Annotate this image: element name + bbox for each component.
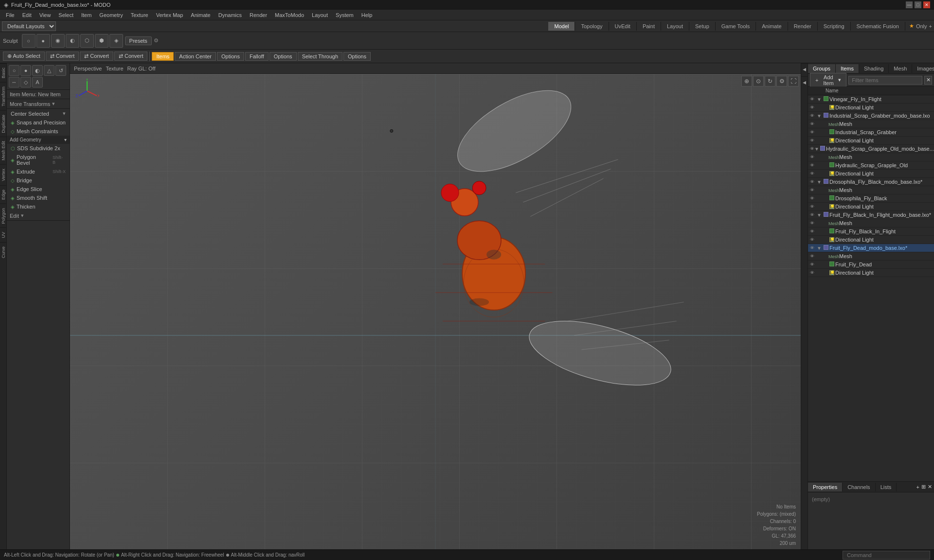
item-eye-6[interactable]: 👁 xyxy=(810,146,814,151)
item-eye-9[interactable]: 👁 xyxy=(810,171,817,176)
item-eye-8[interactable]: 👁 xyxy=(810,163,817,168)
right-vtab-2[interactable]: ▶ xyxy=(801,76,808,89)
right-vtab-1[interactable]: ▶ xyxy=(801,63,808,76)
sidebar-sds-subdivide[interactable]: ⬡ SDS Subdivide 2x xyxy=(7,144,70,153)
prop-tab-lists[interactable]: Lists xyxy=(876,483,897,491)
item-eye-13[interactable]: 👁 xyxy=(810,204,817,209)
tool-sphere[interactable]: ○ xyxy=(9,65,19,76)
rpanel-tab-mesh[interactable]: Mesh xyxy=(889,64,912,73)
item-expand-arrow-6[interactable]: ▼ xyxy=(814,146,819,152)
layout-tab-topology[interactable]: Topology xyxy=(575,22,609,31)
transforms-arrow[interactable]: ▾ xyxy=(52,101,55,107)
layout-tab-schematic-fusion[interactable]: Schematic Fusion xyxy=(851,22,905,31)
item-row-3[interactable]: 👁MeshMesh xyxy=(808,120,934,128)
item-row-10[interactable]: 👁▼Drosophila_Fly_Black_modo_base.lxo* xyxy=(808,178,934,186)
rpanel-tab-groups[interactable]: Groups xyxy=(808,64,836,73)
layout-dropdown[interactable]: Default Layouts xyxy=(2,21,56,31)
item-row-6[interactable]: 👁▼Hydraulic_Scrap_Grapple_Old_modo_base.… xyxy=(808,145,934,153)
rpanel-tab-items[interactable]: Items xyxy=(836,64,859,73)
left-vtab-basic[interactable]: Basic xyxy=(0,63,6,82)
presets-button[interactable]: Presets xyxy=(125,36,152,45)
layout-tab-render[interactable]: Render xyxy=(788,22,818,31)
item-row-7[interactable]: 👁MeshMesh xyxy=(808,153,934,161)
edit-arrow[interactable]: ▾ xyxy=(21,212,24,219)
sidebar-mesh-constraints[interactable]: ◇ Mesh Constraints xyxy=(7,127,70,136)
layout-tab-scripting[interactable]: Scripting xyxy=(818,22,851,31)
layout-tab-model[interactable]: Model xyxy=(548,22,575,31)
item-eye-10[interactable]: 👁 xyxy=(810,179,817,184)
item-eye-4[interactable]: 👁 xyxy=(810,130,817,135)
item-eye-0[interactable]: 👁 xyxy=(810,97,817,102)
add-item-button[interactable]: + Add Item ▾ xyxy=(810,73,846,88)
item-row-1[interactable]: 👁💡Directional Light xyxy=(808,104,934,112)
left-vtab-transform[interactable]: Transform xyxy=(0,82,6,110)
menu-system[interactable]: System xyxy=(332,11,358,19)
item-row-8[interactable]: 👁Hydraulic_Scrap_Grapple_Old xyxy=(808,161,934,170)
menu-texture[interactable]: Texture xyxy=(127,11,152,19)
menu-file[interactable]: File xyxy=(2,11,18,19)
prop-expand-icon[interactable]: ⊞ xyxy=(921,484,926,490)
sculpt-icon-3[interactable]: ◉ xyxy=(51,34,65,48)
item-eye-1[interactable]: 👁 xyxy=(810,105,817,110)
toolbar-btn-convert-3[interactable]: ⇄ Convert xyxy=(114,52,148,61)
sidebar-snaps[interactable]: ◈ Snaps and Precision xyxy=(7,118,70,127)
item-row-18[interactable]: 👁▼Fruit_Fly_Dead_modo_base.lxo* xyxy=(808,244,934,252)
toolbar-btn-items-4[interactable]: Items xyxy=(152,52,174,61)
item-eye-3[interactable]: 👁 xyxy=(810,122,817,126)
menu-geometry[interactable]: Geometry xyxy=(95,11,126,19)
left-vtab-polygon[interactable]: Polygon xyxy=(0,204,6,228)
menu-edit[interactable]: Edit xyxy=(18,11,36,19)
minimize-button[interactable]: — xyxy=(906,1,913,8)
sidebar-edge-slice[interactable]: ◈ Edge Slice xyxy=(7,185,70,193)
add-geometry-header[interactable]: Add Geometry ▾ xyxy=(7,136,70,144)
item-eye-2[interactable]: 👁 xyxy=(810,113,817,118)
item-eye-17[interactable]: 👁 xyxy=(810,237,817,242)
menu-view[interactable]: View xyxy=(36,11,55,19)
item-expand-arrow-2[interactable]: ▼ xyxy=(817,113,823,119)
maximize-button[interactable]: □ xyxy=(915,1,921,8)
item-eye-7[interactable]: 👁 xyxy=(810,155,817,159)
tool-text[interactable]: A xyxy=(32,77,43,88)
viewport-nav-icon-3[interactable]: ↻ xyxy=(765,76,775,87)
layout-plus-button[interactable]: + xyxy=(929,23,932,29)
toolbar-btn-action-center-5[interactable]: Action Center xyxy=(175,52,216,61)
layout-tab-game-tools[interactable]: Game Tools xyxy=(716,22,756,31)
filter-items-input[interactable] xyxy=(848,76,922,85)
item-expand-arrow-10[interactable]: ▼ xyxy=(817,179,823,185)
sculpt-icon-4[interactable]: ◐ xyxy=(66,34,79,48)
item-eye-16[interactable]: 👁 xyxy=(810,229,817,234)
item-eye-5[interactable]: 👁 xyxy=(810,138,817,143)
sculpt-icon-1[interactable]: ○ xyxy=(22,34,36,48)
sidebar-thicken[interactable]: ◈ Thicken xyxy=(7,202,70,211)
item-row-2[interactable]: 👁▼Industrial_Scrap_Grabber_modo_base.lxo xyxy=(808,112,934,120)
item-row-5[interactable]: 👁💡Directional Light xyxy=(808,137,934,145)
close-button[interactable]: ✕ xyxy=(923,1,930,8)
item-eye-11[interactable]: 👁 xyxy=(810,188,817,192)
tool-circle[interactable]: ● xyxy=(20,65,31,76)
toolbar-btn-falloff-7[interactable]: Falloff xyxy=(245,52,269,61)
viewport-nav-icon-4[interactable]: ⚙ xyxy=(776,76,787,87)
tool-move[interactable]: ↔ xyxy=(9,77,19,88)
command-input[interactable] xyxy=(843,551,930,560)
menu-layout[interactable]: Layout xyxy=(308,11,332,19)
sculpt-icon-6[interactable]: ⬢ xyxy=(95,34,108,48)
item-row-19[interactable]: 👁MeshMesh xyxy=(808,252,934,261)
menu-vertex map[interactable]: Vertex Map xyxy=(152,11,187,19)
tool-triangle[interactable]: △ xyxy=(44,65,54,76)
prop-plus-button[interactable]: + xyxy=(916,484,919,490)
sculpt-icon-5[interactable]: ⬡ xyxy=(80,34,94,48)
toolbar-btn-auto-select-0[interactable]: ⊕ Auto Select xyxy=(3,52,45,61)
left-vtab-edge[interactable]: Edge xyxy=(0,185,6,204)
item-row-17[interactable]: 👁💡Directional Light xyxy=(808,236,934,244)
tool-rotate[interactable]: ↺ xyxy=(55,65,66,76)
prop-tab-channels[interactable]: Channels xyxy=(843,483,875,491)
item-row-20[interactable]: 👁Fruit_Fly_Dead xyxy=(808,261,934,269)
item-row-14[interactable]: 👁▼Fruit_Fly_Black_In_Flight_modo_base.lx… xyxy=(808,211,934,219)
sidebar-extrude[interactable]: ◈ Extrude Shift-X xyxy=(7,167,70,176)
item-eye-14[interactable]: 👁 xyxy=(810,212,817,217)
sidebar-polygon-bevel[interactable]: ◈ Polygon Bevel Shift-B xyxy=(7,153,70,167)
item-row-13[interactable]: 👁💡Directional Light xyxy=(808,203,934,211)
item-row-11[interactable]: 👁MeshMesh xyxy=(808,186,934,194)
menu-help[interactable]: Help xyxy=(358,11,377,19)
item-eye-18[interactable]: 👁 xyxy=(810,245,817,250)
